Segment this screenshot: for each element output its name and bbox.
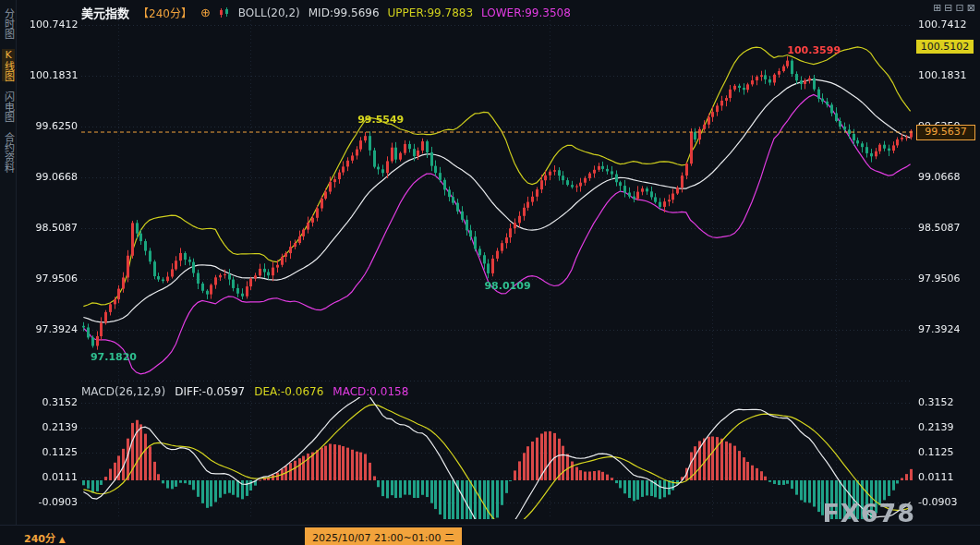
sidebar: 分时图 K线图 闪电图 合约资料 [0,0,17,533]
boll-indicator-label: BOLL(20,2) [238,6,300,19]
upper-band-price-box: 100.5102 [916,40,974,54]
period-indicator[interactable]: 240分 ▲ [24,530,66,545]
boll-upper-value: UPPER:99.7883 [388,6,473,19]
layout-single-icon[interactable]: ⊡ [956,3,964,14]
chart-canvas[interactable] [0,0,980,545]
sidebar-tab-contract-info[interactable]: 合约资料 [2,132,15,173]
last-price-box: 99.5637 [916,125,975,140]
symbol-name: 美元指数 [81,4,129,21]
sidebar-tab-timeshare[interactable]: 分时图 [2,8,15,39]
macd-indicator-label: MACD(26,12,9) [81,385,165,398]
period-selector[interactable]: 【240分】 [138,5,192,20]
macd-header: MACD(26,12,9) DIFF:-0.0597 DEA:-0.0676 M… [81,385,408,398]
macd-diff-value: DIFF:-0.0597 [175,385,245,398]
layout-close-icon[interactable]: ⊠ [967,3,975,14]
trading-chart-window: FX678 分时图 K线图 闪电图 合约资料 美元指数 【240分】 ⊕ BOL… [0,0,980,545]
sidebar-tab-kline[interactable]: K线图 [2,49,15,81]
macd-hist-value: MACD:0.0158 [333,385,408,398]
sidebar-tab-lightning[interactable]: 闪电图 [2,91,15,122]
kline-style-icon[interactable] [219,7,230,18]
chart-header: 美元指数 【240分】 ⊕ BOLL(20,2) MID:99.5696 UPP… [81,4,571,21]
window-layout-controls: ⊞ ⊟ ⊡ ⊠ [933,3,975,14]
crosshair-time-box: 2025/10/07 21:00~01:00 二 [305,527,462,545]
add-indicator-icon[interactable]: ⊕ [200,6,211,19]
period-arrow-icon: ▲ [59,535,66,544]
boll-mid-value: MID:99.5696 [309,6,380,19]
macd-dea-value: DEA:-0.0676 [254,385,323,398]
time-axis-bar: 240分 ▲ 2025/10/07 21:00~01:00 二 [0,525,980,545]
layout-split-icon[interactable]: ⊟ [944,3,952,14]
layout-grid-icon[interactable]: ⊞ [933,3,941,14]
boll-lower-value: LOWER:99.3508 [481,6,571,19]
watermark: FX678 [822,499,915,527]
